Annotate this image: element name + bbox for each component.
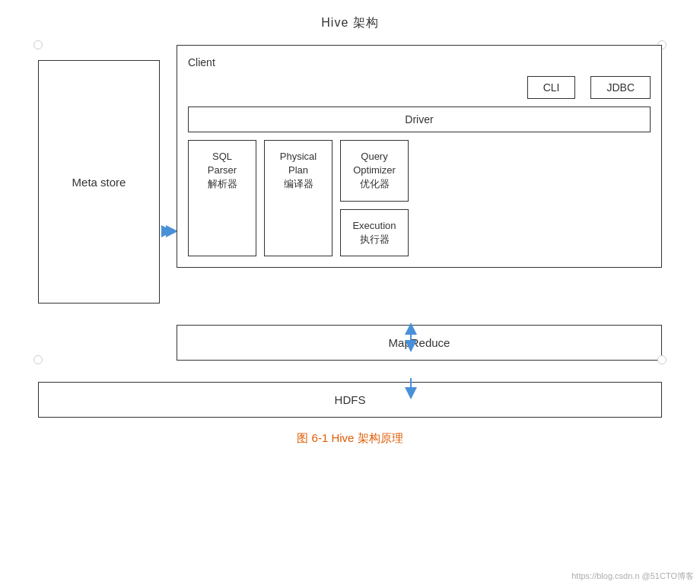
client-outer-box: Client CLI JDBC Driver SQL Parser 解析器 — [177, 45, 662, 268]
cli-box: CLI — [527, 76, 576, 99]
caption: 图 6-1 Hive 架构原理 — [297, 431, 402, 446]
jdbc-box: JDBC — [590, 76, 651, 99]
client-label: Client — [188, 56, 651, 68]
qo-line2: Optimizer — [353, 164, 396, 176]
physical-plan-line3: 编译器 — [284, 178, 313, 189]
main-content: Meta store Client CLI JDBC Driver SQL P — [38, 45, 662, 418]
physical-plan-line2: Plan — [288, 164, 308, 176]
top-row: Meta store Client CLI JDBC Driver SQL P — [38, 45, 662, 304]
right-col: Query Optimizer 优化器 Execution 执行器 — [340, 140, 409, 256]
hdfs-section: HDFS — [38, 382, 662, 418]
physical-plan-line1: Physical — [280, 151, 317, 162]
sql-parser-box: SQL Parser 解析器 — [188, 140, 256, 256]
mapreduce-section: MapReduce — [38, 325, 662, 361]
corner-circle-bl — [33, 355, 43, 364]
qo-line3: 优化器 — [360, 178, 390, 189]
exec-line2: 执行器 — [360, 234, 390, 245]
execution-box: Execution 执行器 — [340, 209, 409, 256]
meta-store-box: Meta store — [38, 60, 160, 304]
meta-store-label: Meta store — [72, 176, 126, 189]
qo-line1: Query — [361, 151, 387, 162]
corner-circle-tl — [33, 40, 43, 49]
arrow-spacer-2 — [38, 361, 662, 382]
hdfs-box: HDFS — [38, 382, 662, 418]
query-optimizer-box: Query Optimizer 优化器 — [340, 140, 409, 202]
sql-parser-line1: SQL — [212, 151, 232, 162]
mapreduce-box: MapReduce — [177, 325, 662, 361]
driver-box: Driver — [188, 106, 651, 132]
sql-parser-line3: 解析器 — [208, 178, 237, 189]
sql-parser-line2: Parser — [208, 164, 237, 176]
page-title: Hive 架构 — [321, 15, 378, 31]
physical-plan-box: Physical Plan 编译器 — [264, 140, 332, 256]
exec-line1: Execution — [352, 220, 396, 231]
arrow-spacer-1 — [38, 304, 662, 325]
corner-circle-br — [657, 355, 667, 364]
cli-jdbc-row: CLI JDBC — [188, 76, 651, 99]
inner-row: SQL Parser 解析器 Physical Plan 编译器 Query — [188, 140, 651, 256]
watermark: https://blog.csdn.n @51CTO博客 — [571, 571, 694, 582]
diagram-outer: Meta store Client CLI JDBC Driver SQL P — [38, 45, 662, 418]
